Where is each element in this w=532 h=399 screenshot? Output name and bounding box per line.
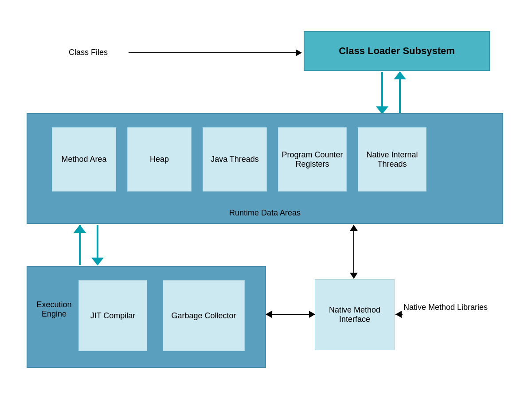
execution-engine-label: Execution Engine: [34, 300, 74, 319]
native-internal-threads-box: Native Internal Threads: [358, 127, 426, 192]
java-threads-box: Java Threads: [203, 127, 267, 192]
runtime-data-areas-label: Runtime Data Areas: [27, 208, 502, 218]
jit-compilar-label: JIT Compilar: [90, 311, 136, 321]
teal-arrow-down-execution: [97, 225, 98, 265]
program-counter-label: Program Counter Registers: [278, 150, 346, 169]
teal-arrow-up-classloader: [399, 72, 401, 114]
diagram-container: Class Files Class Loader Subsystem Metho…: [0, 0, 532, 399]
class-loader-subsystem-label: Class Loader Subsystem: [339, 45, 455, 57]
teal-arrow-down-classloader: [381, 72, 383, 114]
runtime-data-areas-box: Method Area Heap Java Threads Program Co…: [27, 113, 503, 224]
method-area-box: Method Area: [52, 127, 116, 192]
class-files-arrow: [129, 52, 301, 53]
black-arrow-runtime-nmi: [353, 225, 354, 278]
native-method-interface-box: Native Method Interface: [315, 279, 395, 350]
garbage-collector-box: Garbage Collector: [163, 280, 245, 351]
execution-engine-box: Execution Engine JIT Compilar Garbage Co…: [27, 266, 266, 368]
method-area-label: Method Area: [61, 155, 106, 164]
native-method-interface-label: Native Method Interface: [315, 305, 394, 324]
garbage-collector-label: Garbage Collector: [171, 311, 236, 321]
native-internal-threads-label: Native Internal Threads: [358, 150, 426, 169]
arrow-nml-incoming: [396, 314, 403, 315]
native-method-libraries-label: Native Method Libraries: [403, 303, 492, 312]
jit-compilar-box: JIT Compilar: [78, 280, 147, 351]
heap-box: Heap: [127, 127, 192, 192]
java-threads-label: Java Threads: [211, 155, 259, 164]
program-counter-box: Program Counter Registers: [278, 127, 347, 192]
heap-label: Heap: [150, 155, 169, 164]
class-files-label: Class Files: [69, 48, 108, 57]
arrow-gc-nmi: [266, 314, 315, 315]
class-loader-subsystem-box: Class Loader Subsystem: [304, 31, 490, 71]
teal-arrow-up-execution: [79, 225, 81, 265]
